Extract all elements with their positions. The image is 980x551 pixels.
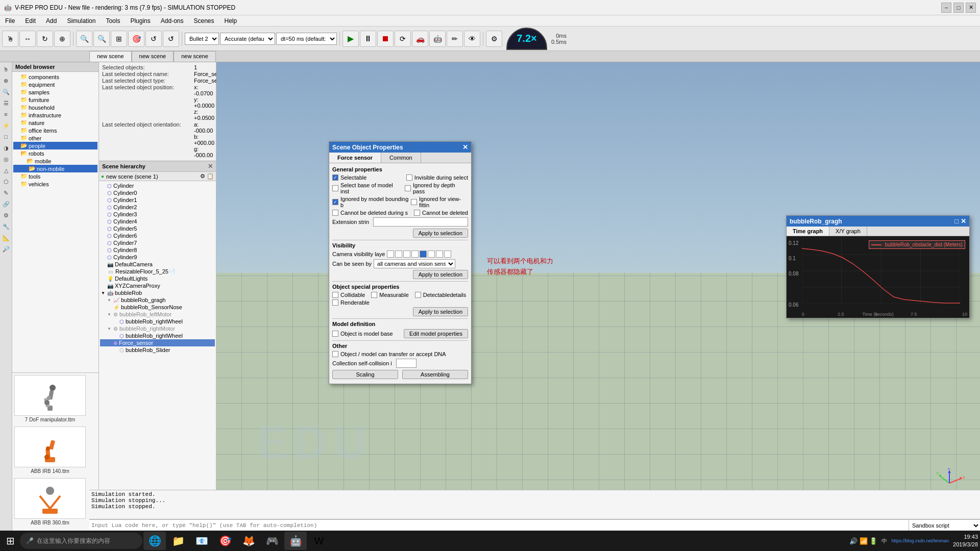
menu-help[interactable]: Help xyxy=(219,16,242,26)
measurable-checkbox[interactable] xyxy=(371,292,377,298)
menu-tools[interactable]: Tools xyxy=(101,16,125,26)
close-button[interactable]: ✕ xyxy=(966,3,976,13)
left-icon-1[interactable]: 🖱 xyxy=(1,64,11,74)
apply-btn-1[interactable]: Apply to selection xyxy=(413,229,468,238)
ignored-bounding-checkbox[interactable]: ✓ xyxy=(332,199,338,205)
dna-checkbox[interactable] xyxy=(332,351,338,357)
play-button[interactable]: ▶ xyxy=(342,31,359,47)
left-icon-7[interactable]: □ xyxy=(1,132,11,142)
tree-item-mobile[interactable]: 📂 mobile xyxy=(13,157,97,165)
left-icon-5[interactable]: ≡ xyxy=(1,109,11,119)
left-icon-3[interactable]: 🔍 xyxy=(1,87,11,97)
menu-simulation[interactable]: Simulation xyxy=(62,16,101,26)
menu-plugins[interactable]: Plugins xyxy=(125,16,155,26)
graph-tab-time[interactable]: Time graph xyxy=(787,227,829,236)
lua-text-input[interactable] xyxy=(89,520,909,531)
scene-item-cylinder4[interactable]: ⬡ Cylinder4 xyxy=(100,218,215,225)
scene-item-cylinder9[interactable]: ⬡ Cylinder9 xyxy=(100,254,215,261)
thumbnail-7dof[interactable]: 7 DoF manipulator.ttm xyxy=(14,375,86,422)
pause-button[interactable]: ⏸ xyxy=(360,31,376,47)
scene-item-cylinder[interactable]: ⬡ Cylinder xyxy=(100,182,215,189)
apply-btn-2[interactable]: Apply to selection xyxy=(413,270,468,279)
vis-cell-7[interactable] xyxy=(436,251,443,258)
menu-file[interactable]: File xyxy=(0,16,20,26)
toolbar-btn-2[interactable]: ↔ xyxy=(19,31,36,47)
graph-minimize-btn[interactable]: □ xyxy=(954,217,959,225)
vis-cell-1[interactable] xyxy=(387,251,394,258)
tab-scene-3[interactable]: new scene xyxy=(174,51,216,62)
scene-item-cylinder6[interactable]: ⬡ Cylinder6 xyxy=(100,232,215,239)
menu-add[interactable]: Add xyxy=(41,16,62,26)
taskbar-search[interactable]: 🎤 在这里输入你要搜索的内容 xyxy=(20,533,142,549)
tree-item-equipment[interactable]: 📁 equipment xyxy=(13,81,97,88)
scene-item-right-motor[interactable]: ▼ ⚙ bubbleRob_rightMotor xyxy=(100,325,215,332)
scene-item-cylinder5[interactable]: ⬡ Cylinder5 xyxy=(100,225,215,232)
taskbar-app-pinball[interactable]: 🎯 xyxy=(214,532,236,550)
tree-item-office[interactable]: 📁 office items xyxy=(13,127,97,134)
toolbar-btn-1[interactable]: 🖱 xyxy=(2,31,18,47)
scene-item-cylinder2[interactable]: ⬡ Cylinder2 xyxy=(100,204,215,211)
taskbar-app-game[interactable]: 🎮 xyxy=(261,532,283,550)
toolbar-btn-7[interactable]: ⊞ xyxy=(111,31,127,47)
vis-cell-3[interactable] xyxy=(403,251,410,258)
tree-item-infrastructure[interactable]: 📁 infrastructure xyxy=(13,111,97,119)
start-button[interactable]: ⊞ xyxy=(2,532,19,550)
left-icon-4[interactable]: ☰ xyxy=(1,98,11,108)
left-icon-6[interactable]: ⚡ xyxy=(1,120,11,131)
left-icon-11[interactable]: ⬡ xyxy=(1,177,11,187)
left-icon-16[interactable]: 📐 xyxy=(1,233,11,243)
toolbar-btn-6[interactable]: 🔍 xyxy=(93,31,110,47)
collection-input[interactable] xyxy=(396,359,416,368)
minimize-button[interactable]: − xyxy=(941,3,951,13)
tree-item-nature[interactable]: 📁 nature xyxy=(13,119,97,127)
toolbar-btn-13[interactable]: 🤖 xyxy=(429,31,446,47)
vis-cell-8[interactable] xyxy=(444,251,451,258)
cannot-del-checkbox[interactable] xyxy=(414,210,420,216)
tree-item-components[interactable]: 📁 components xyxy=(13,73,97,81)
toolbar-btn-3[interactable]: ↻ xyxy=(37,31,53,47)
toolbar-btn-15[interactable]: 👁 xyxy=(464,31,480,47)
toolbar-btn-4[interactable]: ⊕ xyxy=(54,31,70,47)
scene-item-bubblerob[interactable]: ▼ 🤖 bubbleRob xyxy=(100,289,215,296)
left-icon-10[interactable]: △ xyxy=(1,165,11,176)
apply-btn-3[interactable]: Apply to selection xyxy=(413,307,468,316)
tree-item-samples[interactable]: 📁 samples xyxy=(13,88,97,96)
tab-scene-1[interactable]: new scene xyxy=(89,51,132,62)
menu-addons[interactable]: Add-ons xyxy=(156,16,189,26)
graph-close-btn[interactable]: ✕ xyxy=(961,217,966,225)
taskbar-app-ie[interactable]: 🌐 xyxy=(143,532,166,550)
scene-item-cylinder3[interactable]: ⬡ Cylinder3 xyxy=(100,211,215,218)
scene-item-left-motor[interactable]: ▼ ⚙ bubbleRob_leftMotor xyxy=(100,311,215,318)
props-tab-force-sensor[interactable]: Force sensor xyxy=(329,153,381,163)
model-base-checkbox[interactable] xyxy=(332,331,338,337)
scene-item-defaultcamera[interactable]: 📷 DefaultCamera xyxy=(100,261,215,268)
toolbar-btn-5[interactable]: 🔍 xyxy=(76,31,92,47)
scene-item-cylinder1[interactable]: ⬡ Cylinder1 xyxy=(100,196,215,204)
scene-item-right-wheel-2[interactable]: ⬡ bubbleRob_rightWheel xyxy=(100,332,215,339)
ignored-depth-checkbox[interactable] xyxy=(405,185,411,191)
tree-item-household[interactable]: 📁 household xyxy=(13,104,97,111)
tree-item-non-mobile[interactable]: 📂 non-mobile xyxy=(13,165,97,172)
scene-item-defaultlights[interactable]: 💡 DefaultLights xyxy=(100,275,215,282)
props-tab-common[interactable]: Common xyxy=(381,153,421,163)
tree-item-furniture[interactable]: 📁 furniture xyxy=(13,96,97,104)
scene-item-slider[interactable]: ⬡ bubbleRob_Slider xyxy=(100,346,215,354)
physics-engine-combo[interactable]: Bullet 2 xyxy=(185,33,219,45)
vis-cell-6[interactable] xyxy=(428,251,435,258)
left-icon-17[interactable]: 🔎 xyxy=(1,244,11,254)
tree-item-people[interactable]: 📂 people xyxy=(13,142,97,149)
titlebar-right[interactable]: − □ ✕ xyxy=(941,3,976,13)
scene-item-cylinder8[interactable]: ⬡ Cylinder8 xyxy=(100,246,215,254)
scene-item-right-wheel-1[interactable]: ⬡ bubbleRob_rightWheel xyxy=(100,318,215,325)
can-seen-combo[interactable]: all cameras and vision sensors xyxy=(374,259,455,268)
scene-item-sensor-nose[interactable]: ⚡ bubbleRob_SensorNose xyxy=(100,304,215,311)
toolbar-btn-12[interactable]: 🚗 xyxy=(412,31,428,47)
left-icon-9[interactable]: ◎ xyxy=(1,154,11,164)
scene-item-force-sensor[interactable]: ⊕ Force_sensor xyxy=(100,339,215,346)
taskbar-app-explorer[interactable]: 📁 xyxy=(167,532,189,550)
scene-item-floor[interactable]: ▭ ResizableFloor_5_25 📄 xyxy=(100,268,215,275)
toolbar-btn-11[interactable]: ⟳ xyxy=(395,31,411,47)
scene-item-cylinder7[interactable]: ⬡ Cylinder7 xyxy=(100,239,215,246)
sandbox-script-combo[interactable]: Sandbox script xyxy=(909,520,980,531)
collidable-checkbox[interactable] xyxy=(332,292,338,298)
